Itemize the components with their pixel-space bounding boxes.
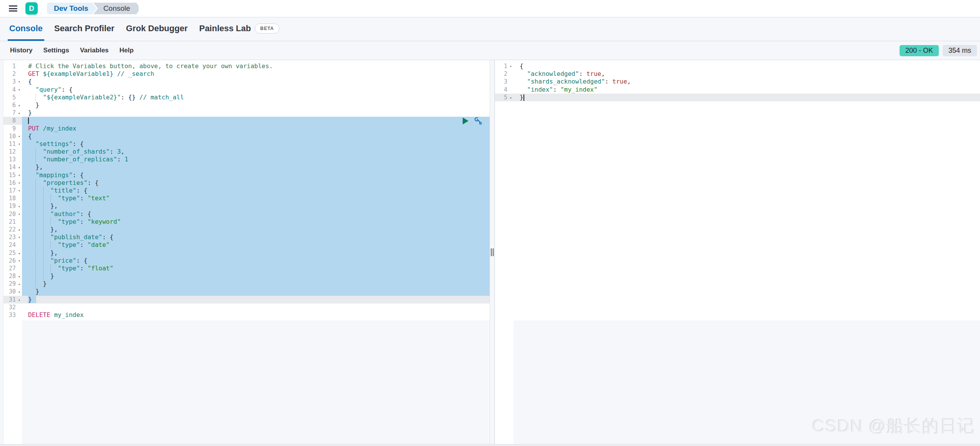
line-number: 10 — [3, 132, 17, 140]
code-text[interactable]: "type": "date" — [22, 241, 490, 249]
code-text[interactable]: DELETE my_index — [22, 311, 490, 319]
code-line: 23▾ "publish_date": { — [3, 233, 490, 241]
code-text[interactable]: "type": "float" — [22, 265, 490, 272]
code-line: 21 "type": "keyword" — [3, 218, 490, 226]
menu-item-settings[interactable]: Settings — [38, 47, 75, 54]
fold-arrow-icon[interactable]: ▴ — [17, 272, 22, 280]
fold-arrow-icon[interactable]: ▾ — [17, 233, 22, 241]
breadcrumb-dev-tools[interactable]: Dev Tools — [47, 3, 97, 14]
dev-tools-logo[interactable]: D — [25, 2, 38, 15]
code-text[interactable]: "shards_acknowledged": true, — [513, 78, 980, 86]
code-text[interactable]: } — [22, 280, 490, 288]
fold-arrow-icon[interactable]: ▾ — [17, 140, 22, 148]
code-text[interactable]: "publish_date": { — [22, 233, 490, 241]
code-text[interactable] — [22, 303, 490, 311]
code-text[interactable]: # Click the Variables button, above, to … — [22, 62, 490, 70]
line-number: 26 — [3, 257, 17, 265]
line-number: 2 — [3, 70, 17, 78]
code-text[interactable]: "index": "my_index" — [513, 86, 980, 94]
request-editor[interactable]: 1# Click the Variables button, above, to… — [3, 60, 490, 446]
code-text[interactable]: "number_of_shards": 3, — [22, 148, 490, 156]
code-text[interactable]: } — [22, 109, 490, 117]
breadcrumb: Dev ToolsConsole — [47, 3, 139, 14]
line-number: 8 — [3, 117, 17, 124]
response-viewer[interactable]: 1▾{2 "acknowledged": true,3 "shards_ackn… — [495, 60, 980, 446]
tab-grok-debugger[interactable]: Grok Debugger — [124, 17, 189, 41]
menu-item-variables[interactable]: Variables — [75, 47, 114, 54]
code-line: 3▾{ — [3, 78, 490, 86]
fold-arrow-icon[interactable]: ▾ — [17, 78, 22, 86]
code-text[interactable]: } — [22, 272, 490, 280]
fold-arrow-icon[interactable]: ▾ — [508, 62, 513, 70]
fold-arrow-icon[interactable]: ▴ — [17, 296, 22, 303]
fold-arrow-icon[interactable]: ▴ — [17, 280, 22, 288]
code-text[interactable] — [22, 117, 490, 124]
code-text[interactable]: "acknowledged": true, — [513, 70, 980, 78]
code-text[interactable]: }, — [22, 202, 490, 210]
send-request-icon[interactable] — [463, 117, 468, 124]
code-text[interactable]: { — [513, 62, 980, 70]
line-number: 16 — [3, 179, 17, 187]
tab-search-profiler[interactable]: Search Profiler — [53, 17, 116, 41]
code-text[interactable]: } — [22, 296, 490, 303]
code-text[interactable]: "title": { — [22, 187, 490, 194]
tab-painless-lab[interactable]: Painless LabBETA — [197, 17, 281, 41]
line-number: 22 — [3, 226, 17, 233]
fold-arrow-icon[interactable]: ▴ — [508, 94, 513, 101]
fold-arrow-icon[interactable]: ▴ — [17, 249, 22, 257]
breadcrumb-console[interactable]: Console — [93, 3, 139, 14]
code-text[interactable]: "author": { — [22, 210, 490, 218]
code-text[interactable]: } — [22, 101, 490, 109]
code-text[interactable]: { — [22, 132, 490, 140]
request-editor-pane[interactable]: 1# Click the Variables button, above, to… — [3, 60, 490, 446]
fold-arrow-icon[interactable]: ▴ — [17, 226, 22, 233]
fold-arrow-icon[interactable]: ▾ — [17, 86, 22, 94]
menu-item-history[interactable]: History — [5, 47, 38, 54]
fold-arrow-icon[interactable]: ▾ — [17, 210, 22, 218]
fold-arrow-icon[interactable]: ▴ — [17, 202, 22, 210]
code-text[interactable]: "query": { — [22, 86, 490, 94]
code-text[interactable]: } — [513, 94, 980, 101]
console-menu-bar: HistorySettingsVariablesHelp 200 - OK 35… — [0, 41, 980, 60]
resize-handle-icon[interactable] — [491, 248, 494, 256]
code-text[interactable]: GET ${exampleVariable1} // _search — [22, 70, 490, 78]
code-line: 28▴ } — [3, 272, 490, 280]
pane-resizer[interactable] — [490, 60, 495, 446]
code-text[interactable]: }, — [22, 249, 490, 257]
code-text[interactable]: { — [22, 78, 490, 86]
response-pane[interactable]: 1▾{2 "acknowledged": true,3 "shards_ackn… — [495, 60, 980, 446]
code-text[interactable]: "settings": { — [22, 140, 490, 148]
code-text[interactable]: }, — [22, 163, 490, 171]
code-text[interactable]: } — [22, 288, 490, 295]
line-number: 14 — [3, 163, 17, 171]
code-line: 13 "number_of_replicas": 1 — [3, 156, 490, 163]
menu-item-help[interactable]: Help — [114, 47, 139, 54]
wrench-icon[interactable] — [474, 117, 482, 125]
code-text[interactable]: "price": { — [22, 257, 490, 265]
code-text[interactable]: "${exampleVariable2}": {} // match_all — [22, 94, 490, 101]
code-line: 10▾{ — [3, 132, 490, 140]
tab-console[interactable]: Console — [8, 17, 44, 41]
line-number: 6 — [3, 101, 17, 109]
code-text[interactable]: }, — [22, 226, 490, 233]
fold-arrow-icon[interactable]: ▾ — [17, 132, 22, 140]
code-text[interactable]: "type": "keyword" — [22, 218, 490, 226]
code-text[interactable]: "type": "text" — [22, 194, 490, 202]
fold-arrow-icon[interactable]: ▾ — [17, 171, 22, 179]
fold-arrow-icon[interactable]: ▾ — [17, 187, 22, 194]
fold-arrow-icon[interactable]: ▴ — [17, 101, 22, 109]
line-number: 13 — [3, 156, 17, 163]
text-cursor — [523, 94, 524, 101]
fold-arrow-icon[interactable]: ▴ — [17, 109, 22, 117]
code-text[interactable]: "number_of_replicas": 1 — [22, 156, 490, 163]
code-text[interactable]: "mappings": { — [22, 171, 490, 179]
fold-arrow-icon[interactable]: ▴ — [17, 163, 22, 171]
code-text[interactable]: "properties": { — [22, 179, 490, 187]
fold-arrow-icon[interactable]: ▾ — [17, 257, 22, 265]
hamburger-menu-icon[interactable] — [9, 5, 17, 12]
fold-arrow-icon[interactable]: ▴ — [17, 288, 22, 295]
code-line: 1▾{ — [495, 62, 980, 70]
line-number: 20 — [3, 210, 17, 218]
code-text[interactable]: PUT /my_index — [22, 125, 490, 132]
fold-arrow-icon[interactable]: ▾ — [17, 179, 22, 187]
